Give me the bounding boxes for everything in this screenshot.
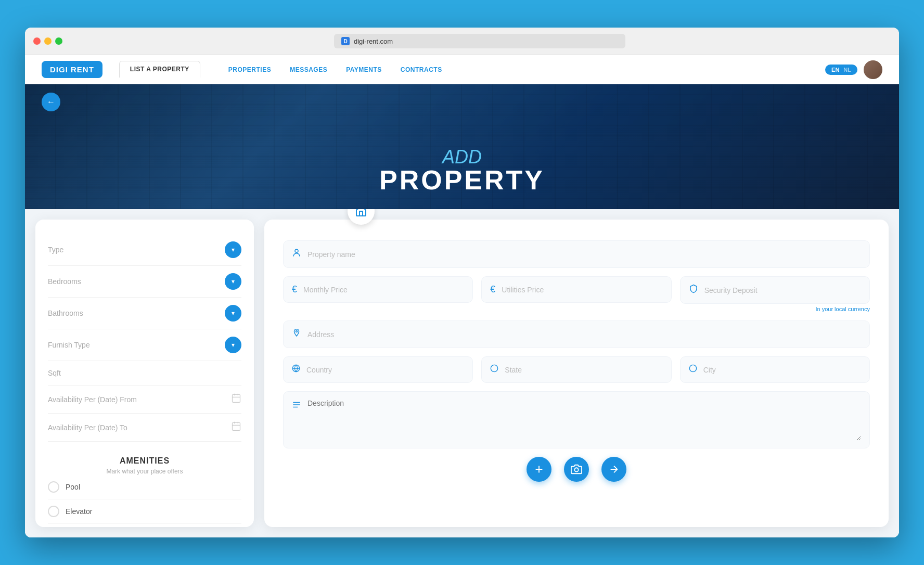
globe-icon-state	[490, 364, 498, 375]
field-city	[680, 356, 870, 383]
location-row	[283, 356, 870, 383]
filter-type: Type ▾	[48, 234, 241, 266]
field-utilities-price: €	[481, 276, 671, 303]
close-button[interactable]	[33, 37, 41, 45]
person-icon	[292, 248, 301, 260]
svg-point-6	[689, 365, 696, 371]
monthly-price-input[interactable]	[303, 286, 464, 294]
property-name-input[interactable]	[307, 250, 861, 259]
chevron-down-icon-bedrooms: ▾	[232, 278, 235, 285]
chevron-down-icon: ▾	[232, 246, 235, 253]
svg-rect-0	[233, 394, 240, 402]
svg-rect-1	[233, 422, 240, 430]
svg-point-2	[295, 249, 298, 252]
euro-icon-monthly: €	[292, 284, 297, 295]
amenity-pool: Pool	[48, 475, 241, 499]
filter-availability-to: Availability Per (Date) To	[48, 414, 241, 442]
lang-nl[interactable]: NL	[843, 67, 851, 73]
field-security-deposit	[680, 276, 870, 304]
nav-link-payments[interactable]: PAYMENTS	[339, 63, 389, 76]
chevron-down-icon-furnish: ▾	[232, 341, 235, 349]
navbar: DIGI RENT LIST A PROPERTY PROPERTIES MES…	[25, 55, 899, 84]
add-photo-button[interactable]	[527, 457, 551, 482]
url-text: digi-rent.com	[354, 37, 393, 45]
favicon: D	[341, 37, 350, 45]
field-address	[283, 320, 870, 348]
back-arrow-icon: ←	[47, 97, 55, 107]
hero-section: ← ADD PROPERTY	[25, 84, 899, 209]
calendar-icon-to[interactable]	[231, 421, 241, 434]
security-deposit-col: In your local currency	[680, 276, 870, 312]
filter-sqft: Sqft	[48, 361, 241, 386]
page: DIGI RENT LIST A PROPERTY PROPERTIES MES…	[25, 55, 899, 537]
state-col	[481, 356, 671, 383]
language-toggle[interactable]: EN NL	[825, 65, 857, 75]
filter-bedrooms-dropdown[interactable]: ▾	[225, 273, 241, 290]
amenity-pool-label: Pool	[66, 483, 80, 491]
amenity-pool-checkbox[interactable]	[48, 481, 59, 493]
amenity-elevator-checkbox[interactable]	[48, 506, 59, 517]
nav-right: EN NL	[825, 60, 882, 79]
camera-button[interactable]	[564, 457, 589, 482]
amenity-elevator-label: Elevator	[66, 507, 92, 516]
amenities-title: AMENITIES	[48, 456, 241, 466]
nav-link-properties[interactable]: PROPERTIES	[221, 63, 278, 76]
shield-icon	[689, 284, 698, 296]
field-address-row	[283, 320, 870, 348]
address-bar[interactable]: D digi-rent.com	[334, 34, 625, 48]
lang-en[interactable]: EN	[831, 67, 839, 73]
filter-furnish-type-dropdown[interactable]: ▾	[225, 337, 241, 353]
security-deposit-input[interactable]	[704, 286, 861, 294]
filter-furnish-type-label: Furnish Type	[48, 341, 90, 349]
minimize-button[interactable]	[44, 37, 52, 45]
right-panel: € €	[264, 220, 889, 527]
svg-point-10	[574, 468, 578, 471]
filter-availability-from: Availability Per (Date) From	[48, 386, 241, 414]
nav-link-messages[interactable]: MESSAGES	[283, 63, 335, 76]
action-buttons-row	[283, 457, 870, 482]
currency-hint: In your local currency	[680, 306, 870, 312]
field-monthly-price: €	[283, 276, 473, 303]
amenities-subtitle: Mark what your place offers	[48, 468, 241, 475]
filter-bedrooms-label: Bedrooms	[48, 277, 81, 286]
field-property-name-row	[283, 240, 870, 268]
maximize-button[interactable]	[55, 37, 62, 45]
state-input[interactable]	[505, 366, 662, 374]
nav-link-contracts[interactable]: CONTRACTS	[393, 63, 450, 76]
filter-type-dropdown[interactable]: ▾	[225, 241, 241, 258]
amenities-section: AMENITIES Mark what your place offers Po…	[48, 456, 241, 524]
field-property-name	[283, 240, 870, 268]
browser-chrome: D digi-rent.com	[25, 28, 899, 55]
svg-point-5	[491, 365, 498, 371]
location-pin-icon	[292, 328, 301, 340]
euro-icon-utilities: €	[490, 284, 495, 295]
calendar-icon-from[interactable]	[231, 393, 241, 406]
amenity-elevator: Elevator	[48, 499, 241, 524]
price-row: € €	[283, 276, 870, 312]
filter-bathrooms-dropdown[interactable]: ▾	[225, 305, 241, 322]
filter-bedrooms: Bedrooms ▾	[48, 266, 241, 298]
country-input[interactable]	[306, 366, 464, 374]
filter-bathrooms: Bathrooms ▾	[48, 298, 241, 329]
hero-property-text: PROPERTY	[379, 166, 545, 194]
monthly-price-col: €	[283, 276, 473, 312]
utilities-price-input[interactable]	[502, 286, 662, 294]
country-col	[283, 356, 473, 383]
user-avatar[interactable]	[864, 60, 882, 79]
filter-bathrooms-label: Bathrooms	[48, 309, 83, 317]
logo[interactable]: DIGI RENT	[42, 61, 102, 78]
description-textarea[interactable]	[307, 399, 861, 441]
tab-list-property[interactable]: LIST A PROPERTY	[119, 61, 200, 78]
filter-type-label: Type	[48, 246, 63, 254]
field-state	[481, 356, 671, 383]
address-input[interactable]	[307, 330, 861, 339]
field-country	[283, 356, 473, 383]
chevron-down-icon-bathrooms: ▾	[232, 310, 235, 317]
submit-button[interactable]	[601, 457, 626, 482]
field-description	[283, 391, 870, 448]
back-button[interactable]: ←	[42, 93, 60, 111]
main-content: Type ▾ Bedrooms ▾ Bathrooms	[25, 209, 899, 537]
city-input[interactable]	[703, 366, 861, 374]
nav-links: PROPERTIES MESSAGES PAYMENTS CONTRACTS	[221, 63, 450, 76]
svg-point-3	[296, 331, 298, 332]
